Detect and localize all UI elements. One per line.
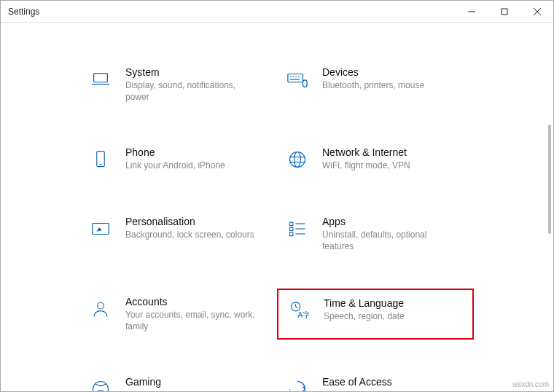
person-icon — [89, 297, 112, 321]
phone-icon — [89, 148, 112, 171]
category-title: Personalisation — [125, 216, 254, 227]
category-apps[interactable]: Apps Uninstall, defaults, optional featu… — [277, 208, 474, 259]
category-desc: Your accounts, email, sync, work, family — [125, 309, 257, 332]
svg-point-26 — [98, 302, 104, 309]
window-title: Settings — [8, 7, 39, 17]
category-title: Time & Language — [324, 297, 405, 309]
svg-rect-12 — [303, 80, 308, 87]
category-title: System — [125, 66, 257, 78]
category-grid: System Display, sound, notifications, po… — [80, 59, 474, 391]
svg-rect-24 — [290, 232, 293, 235]
laptop-icon — [89, 68, 112, 91]
maximize-icon — [501, 8, 508, 15]
svg-point-16 — [294, 152, 301, 168]
watermark: wsxdn.com — [512, 380, 549, 388]
category-desc: Uninstall, defaults, optional features — [322, 229, 453, 252]
category-desc: Bluetooth, printers, mouse — [322, 79, 424, 91]
category-title: Accounts — [125, 296, 257, 307]
maximize-button[interactable] — [488, 1, 520, 22]
scrollbar-thumb[interactable] — [548, 125, 551, 234]
category-phone[interactable]: Phone Link your Android, iPhone — [80, 139, 277, 179]
category-personalisation[interactable]: Personalisation Background, lock screen,… — [80, 208, 277, 259]
category-title: Phone — [125, 146, 225, 158]
category-title: Devices — [322, 66, 424, 78]
svg-rect-6 — [288, 74, 303, 82]
titlebar: Settings — [1, 1, 553, 23]
category-title: Ease of Access — [322, 376, 392, 388]
svg-text:A字: A字 — [297, 310, 309, 319]
pen-icon — [89, 217, 112, 240]
category-desc: Background, lock screen, colours — [125, 229, 254, 240]
svg-line-29 — [296, 307, 298, 308]
category-title: Apps — [322, 216, 453, 227]
settings-home: System Display, sound, notifications, po… — [1, 23, 553, 391]
category-ease-of-access[interactable]: Ease of Access — [277, 369, 474, 392]
svg-rect-4 — [94, 74, 108, 82]
category-desc: Display, sound, notifications, power — [125, 79, 257, 103]
svg-rect-22 — [290, 227, 293, 230]
category-time-language[interactable]: A字 Time & Language Speech, region, date — [277, 289, 474, 340]
svg-rect-20 — [290, 222, 293, 225]
category-accounts[interactable]: Accounts Your accounts, email, sync, wor… — [80, 289, 277, 340]
close-button[interactable] — [520, 1, 553, 22]
xbox-icon — [89, 377, 112, 392]
time-language-icon: A字 — [287, 299, 311, 322]
category-desc: Link your Android, iPhone — [125, 160, 225, 171]
category-devices[interactable]: Devices Bluetooth, printers, mouse — [277, 59, 474, 110]
minimize-icon — [468, 8, 475, 15]
keyboard-mouse-icon — [286, 68, 309, 91]
category-title: Gaming — [125, 376, 161, 388]
category-desc: Speech, region, date — [324, 310, 405, 322]
category-title: Network & Internet — [322, 146, 410, 158]
ease-of-access-icon — [286, 377, 309, 392]
category-network[interactable]: Network & Internet WiFi, flight mode, VP… — [277, 139, 474, 179]
category-system[interactable]: System Display, sound, notifications, po… — [80, 59, 277, 110]
svg-rect-1 — [502, 9, 507, 15]
apps-list-icon — [286, 217, 309, 240]
window-controls — [455, 1, 553, 22]
close-icon — [534, 8, 541, 15]
category-desc: WiFi, flight mode, VPN — [322, 160, 410, 171]
globe-icon — [286, 148, 309, 171]
category-gaming[interactable]: Gaming — [80, 369, 277, 392]
svg-point-15 — [290, 152, 305, 168]
minimize-button[interactable] — [455, 1, 488, 22]
